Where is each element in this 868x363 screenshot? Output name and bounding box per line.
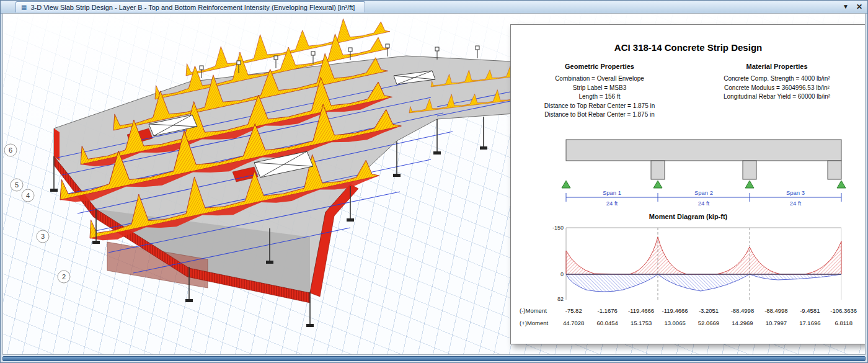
- moment-value: 10.7997: [760, 320, 793, 326]
- pos-moment-label: (+)Moment: [517, 320, 557, 326]
- support-triangles: [562, 181, 846, 188]
- y-axis-label-bottom: 82: [557, 296, 564, 302]
- positive-moment-envelope: [566, 274, 841, 292]
- material-row: Concrete Modulus = 3604996.53 lb/in²: [688, 84, 866, 93]
- moment-value: 13.0065: [658, 320, 691, 326]
- moment-value: -119.4666: [658, 307, 691, 314]
- moment-value: -119.4666: [624, 307, 658, 314]
- material-properties: Material Properties Concrete Comp. Stren…: [688, 63, 866, 120]
- moment-table: (-)Moment -75.82 -1.1676 -119.4666 -119.…: [517, 305, 861, 329]
- grid-bubble: 3: [37, 230, 49, 243]
- geometric-properties: Geometric Properties Combination = Overa…: [511, 63, 688, 120]
- grid-bubble: 2: [58, 271, 70, 283]
- column-stubs: [651, 161, 841, 179]
- moment-value: -88.4998: [760, 307, 793, 314]
- strip-elevation-diagram: Span 1 Span 2 Span 3 24 ft 24 ft 24 ft: [515, 133, 862, 209]
- moment-value: 17.1696: [793, 320, 826, 326]
- grid-bubble: 6: [4, 144, 17, 156]
- negative-moment-envelope: [566, 237, 841, 274]
- svg-text:5: 5: [15, 181, 19, 189]
- span-length: 24 ft: [790, 200, 802, 207]
- moment-value: 44.7028: [557, 320, 590, 326]
- geometric-row: Length = 156 ft: [511, 92, 688, 102]
- moment-value: -3.2051: [692, 307, 725, 314]
- app-window: ▦ 3-D View Slab Strip Design - Layer B -…: [0, 0, 868, 363]
- moment-value: 6.8118: [827, 320, 861, 326]
- geometric-row: Combination = Overall Envelope: [511, 74, 688, 84]
- svg-text:2: 2: [62, 273, 66, 280]
- moment-value: 15.1753: [624, 320, 658, 326]
- material-heading: Material Properties: [688, 63, 866, 70]
- geometric-row: Distance to Top Rebar Center = 1.875 in: [511, 102, 688, 111]
- view-icon: ▦: [21, 4, 27, 11]
- strip-beam: [566, 140, 841, 161]
- view-title-tab[interactable]: ▦ 3-D View Slab Strip Design - Layer B -…: [16, 1, 365, 12]
- geometric-row: Strip Label = MSB3: [511, 84, 688, 93]
- horizontal-scrollbar[interactable]: [2, 356, 866, 361]
- window-title: 3-D View Slab Strip Design - Layer B - T…: [30, 4, 355, 11]
- span-length: 24 ft: [606, 200, 618, 207]
- moment-diagram-plot: -150 0 82: [515, 222, 862, 303]
- y-axis-label-zero: 0: [560, 271, 564, 277]
- 3d-slab-strip-model: 6 5 4 3 2: [3, 14, 592, 355]
- span-label: Span 1: [603, 189, 621, 196]
- geometric-heading: Geometric Properties: [511, 63, 688, 70]
- span-label: Span 3: [786, 189, 805, 196]
- strip-design-report-window: ACI 318-14 Concrete Strip Design Geometr…: [510, 24, 866, 344]
- moment-value: -9.4581: [793, 307, 826, 314]
- moment-diagram-title: Moment Diagram (kip-ft): [511, 213, 866, 220]
- moment-value: 60.0454: [590, 320, 624, 326]
- 3d-viewport[interactable]: 6 5 4 3 2 ACI 318-14 Concrete Strip Desi…: [2, 13, 866, 355]
- span-length: 24 ft: [698, 200, 710, 207]
- material-row: Longitudinal Rebar Yield = 60000 lb/in²: [688, 92, 866, 102]
- positive-moment-row: (+)Moment 44.7028 60.0454 15.1753 13.006…: [517, 317, 861, 329]
- neg-moment-label: (-)Moment: [517, 307, 557, 314]
- geometric-row: Distance to Bot Rebar Center = 1.875 in: [511, 110, 688, 120]
- span-label: Span 2: [694, 189, 713, 196]
- close-icon[interactable]: ✕: [856, 3, 862, 11]
- moment-value: -106.3636: [827, 307, 861, 314]
- negative-moment-row: (-)Moment -75.82 -1.1676 -119.4666 -119.…: [517, 305, 861, 317]
- material-row: Concrete Comp. Strength = 4000 lb/in²: [688, 74, 866, 84]
- moment-value: 14.2969: [725, 320, 759, 326]
- svg-text:6: 6: [9, 146, 12, 154]
- moment-value: -75.82: [557, 307, 590, 314]
- report-title: ACI 318-14 Concrete Strip Design: [511, 42, 866, 53]
- moment-value: -1.1676: [590, 307, 624, 314]
- svg-text:3: 3: [41, 233, 45, 240]
- dropdown-arrow-icon[interactable]: ▼: [843, 4, 849, 10]
- title-bar: ▦ 3-D View Slab Strip Design - Layer B -…: [1, 1, 867, 14]
- moment-value: -88.4998: [725, 307, 759, 314]
- grid-bubble: 4: [22, 189, 34, 202]
- titlebar-controls: ▼ ✕: [843, 1, 862, 13]
- y-axis-label-top: -150: [552, 225, 564, 231]
- svg-text:4: 4: [26, 192, 30, 199]
- grid-bubble: 5: [11, 179, 23, 191]
- properties-section: Geometric Properties Combination = Overa…: [511, 63, 866, 120]
- moment-value: 52.0669: [692, 320, 725, 326]
